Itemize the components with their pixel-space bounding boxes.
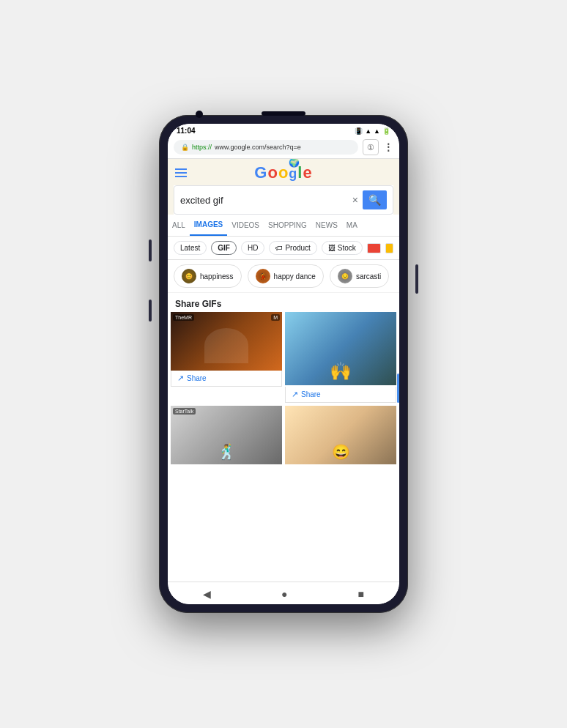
camera <box>196 111 203 118</box>
pill-avatar-2: 💃 <box>256 269 270 283</box>
logo-g: G <box>254 163 267 182</box>
google-logo: G o o g 🌍 l e <box>254 163 312 182</box>
logo-e: e <box>303 163 312 182</box>
tag-icon: 🏷 <box>275 244 283 252</box>
share-label-1: Share <box>187 374 207 382</box>
logo-g2: g <box>289 166 297 181</box>
phone-screen: 11:04 📳 ▲ ▲ 🔋 🔒 https:// www.google.com/… <box>168 124 399 604</box>
hamburger-line <box>175 176 187 177</box>
pill-happy-dance[interactable]: 💃 happy dance <box>248 264 324 288</box>
chip-color-yellow[interactable] <box>385 243 393 253</box>
tab-videos[interactable]: VIDEOS <box>227 215 264 236</box>
bottom-nav: ◀ ● ■ <box>168 582 399 604</box>
suggestion-pills: 😊 happiness 💃 happy dance 😒 sarcasti <box>168 260 399 293</box>
gif-grid: TheMR M ↗ Share <box>168 312 399 464</box>
back-button[interactable]: ◀ <box>203 588 211 600</box>
lock-icon: 🔒 <box>181 144 189 151</box>
scroll-indicator <box>397 374 399 403</box>
search-box[interactable]: excited gif × 🔍 <box>174 185 393 215</box>
gif-source-badge: M <box>271 314 280 321</box>
gif-figure-3: 🕺 <box>218 443 236 461</box>
hamburger-menu-button[interactable] <box>175 168 187 177</box>
chip-hd[interactable]: HD <box>241 241 264 255</box>
logo-doodle: g 🌍 <box>289 163 297 182</box>
speaker <box>262 111 305 116</box>
home-button[interactable]: ● <box>281 588 287 600</box>
tab-images[interactable]: IMAGES <box>190 215 227 236</box>
gif-thumb-3: StarTalk 🕺 <box>171 406 282 464</box>
share-label-2: Share <box>301 390 321 398</box>
url-bar: 🔒 https:// www.google.com/search?q=e ① ⋮ <box>168 136 399 159</box>
tab-more[interactable]: MA <box>342 215 362 236</box>
status-time: 11:04 <box>177 127 196 135</box>
pill-sarcastic[interactable]: 😒 sarcasti <box>330 264 389 288</box>
chip-latest[interactable]: Latest <box>174 241 207 255</box>
logo-o1: o <box>267 163 278 182</box>
gif-thumb-1: TheMR M <box>171 312 282 371</box>
search-area: excited gif × 🔍 <box>174 185 393 215</box>
filter-chips: Latest GIF HD 🏷 Product 🖼 Stock <box>168 237 399 260</box>
chip-product[interactable]: 🏷 Product <box>269 241 316 255</box>
status-bar: 11:04 📳 ▲ ▲ 🔋 <box>168 124 399 136</box>
power-button <box>415 264 418 294</box>
gif-card-3[interactable]: StarTalk 🕺 <box>171 406 282 464</box>
share-gifs-section: Share GIFs TheMR M ↗ <box>168 293 399 582</box>
tab-all[interactable]: ALL <box>168 215 190 236</box>
chip-color[interactable] <box>367 243 381 253</box>
tab-counter-button[interactable]: ① <box>363 139 379 155</box>
gif-person-silhouette <box>204 328 249 363</box>
gif-card-2[interactable]: 🙌 ↗ Share <box>285 312 396 403</box>
hamburger-line <box>175 172 187 174</box>
pill-avatar-3: 😒 <box>338 269 352 283</box>
url-input[interactable]: 🔒 https:// www.google.com/search?q=e <box>174 140 358 155</box>
hamburger-line <box>175 168 187 170</box>
signal-icon: ▲ <box>374 127 380 135</box>
volume-down-button <box>149 300 152 322</box>
pill-avatar-1: 😊 <box>182 269 196 283</box>
search-submit-button[interactable]: 🔍 <box>363 190 387 209</box>
battery-icon: 🔋 <box>382 127 390 135</box>
doodle-hat: 🌍 <box>289 159 300 168</box>
phone-frame: 11:04 📳 ▲ ▲ 🔋 🔒 https:// www.google.com/… <box>159 115 408 613</box>
vibrate-icon: 📳 <box>355 127 363 135</box>
nav-tabs: ALL IMAGES VIDEOS SHOPPING NEWS <box>168 215 399 237</box>
browser-content: G o o g 🌍 l e <box>168 159 399 582</box>
gif-card-1[interactable]: TheMR M ↗ Share <box>171 312 282 403</box>
share-icon-2: ↗ <box>292 390 298 399</box>
status-icons: 📳 ▲ ▲ 🔋 <box>355 127 390 135</box>
wifi-icon: ▲ <box>365 127 371 135</box>
browser-menu-button[interactable]: ⋮ <box>383 141 393 153</box>
share-icon-1: ↗ <box>177 374 184 383</box>
gif-card-4[interactable]: 😄 <box>285 406 396 464</box>
share-gifs-title: Share GIFs <box>168 293 399 312</box>
url-domain: www.google.com/search?q=e <box>215 144 301 151</box>
gif-figure-4: 😄 <box>332 443 350 461</box>
image-icon: 🖼 <box>328 244 336 252</box>
google-header: G o o g 🌍 l e <box>168 159 399 185</box>
chip-stock[interactable]: 🖼 Stock <box>322 241 363 255</box>
tab-news[interactable]: NEWS <box>311 215 342 236</box>
search-clear-button[interactable]: × <box>352 194 358 206</box>
gif-share-bar-2[interactable]: ↗ Share <box>285 387 396 403</box>
gif-label-1: TheMR <box>173 314 194 321</box>
tab-shopping[interactable]: SHOPPING <box>264 215 311 236</box>
gif-figure-2: 🙌 <box>330 361 352 382</box>
search-query: excited gif <box>180 195 348 206</box>
gif-thumb-2: 🙌 <box>285 312 396 385</box>
gif-thumb-4: 😄 <box>285 406 396 464</box>
gif-label-3: StarTalk <box>173 408 196 415</box>
url-https: https:// <box>192 144 212 151</box>
logo-o2: o <box>278 163 289 182</box>
browser-screen: 11:04 📳 ▲ ▲ 🔋 🔒 https:// www.google.com/… <box>168 124 399 604</box>
pill-happiness[interactable]: 😊 happiness <box>174 264 242 288</box>
gif-share-bar-1[interactable]: ↗ Share <box>171 371 282 387</box>
recents-button[interactable]: ■ <box>358 588 364 600</box>
chip-gif[interactable]: GIF <box>211 241 237 255</box>
volume-up-button <box>149 239 152 261</box>
